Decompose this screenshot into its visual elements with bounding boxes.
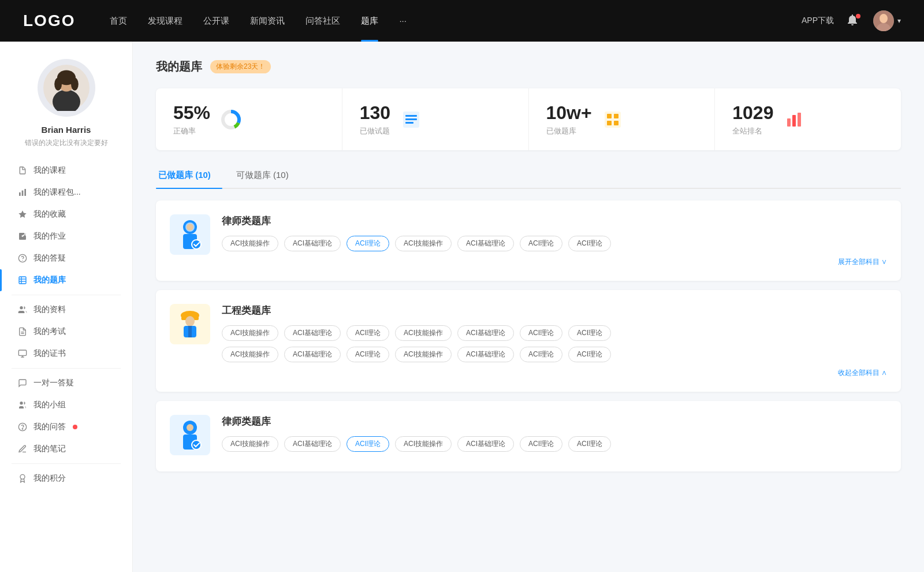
main-layout: Brian Harris 错误的决定比没有决定要好 我的课程 我的课程包...	[0, 42, 924, 572]
tag-3-0[interactable]: ACI技能操作	[222, 436, 278, 452]
sidebar-item-group[interactable]: 我的小组	[0, 394, 132, 416]
tag-2-2[interactable]: ACI理论	[346, 325, 389, 341]
profile-motto: 错误的决定比没有决定要好	[25, 138, 108, 148]
sidebar-item-my-qa[interactable]: 我的问答	[0, 416, 132, 438]
tag-2-6[interactable]: ACI理论	[568, 325, 611, 341]
expand-link-1[interactable]: 展开全部科目 ∨	[222, 257, 887, 267]
tag-3-1[interactable]: ACI基础理论	[284, 436, 341, 452]
stat-rank: 1029 全站排名	[715, 88, 901, 150]
qbank-card-lawyer-1: 律师类题库 ACI技能操作 ACI基础理论 ACI理论 ACI技能操作 ACI基…	[156, 200, 901, 281]
sidebar-item-homework[interactable]: 我的作业	[0, 225, 132, 247]
tag-2b-4[interactable]: ACI基础理论	[457, 347, 514, 362]
stat-qbanks: 10w+ 已做题库	[529, 88, 716, 150]
sidebar-label-course: 我的课程	[33, 165, 66, 176]
tag-2-3[interactable]: ACI技能操作	[395, 325, 452, 341]
svg-rect-41	[798, 113, 801, 127]
sidebar-item-favorites[interactable]: 我的收藏	[0, 203, 132, 225]
svg-rect-38	[614, 121, 619, 125]
sidebar-item-course-pack[interactable]: 我的课程包...	[0, 181, 132, 203]
qa-notification-dot	[73, 425, 77, 429]
stat-accuracy-value: 55%	[173, 102, 210, 124]
tag-3-5[interactable]: ACI理论	[520, 436, 562, 452]
sidebar-item-exam[interactable]: 我的考试	[0, 321, 132, 343]
tag-2b-2[interactable]: ACI理论	[346, 347, 389, 362]
tag-1-3[interactable]: ACI技能操作	[395, 236, 452, 251]
tag-1-0[interactable]: ACI技能操作	[222, 236, 278, 251]
svg-rect-37	[607, 121, 612, 125]
sidebar-item-certificate[interactable]: 我的证书	[0, 343, 132, 365]
tag-1-5[interactable]: ACI理论	[520, 236, 562, 251]
tag-2-0[interactable]: ACI技能操作	[222, 325, 278, 341]
qbank-content-2: 工程类题库 ACI技能操作 ACI基础理论 ACI理论 ACI技能操作 ACI基…	[222, 304, 887, 378]
tag-3-6[interactable]: ACI理论	[568, 436, 611, 452]
stat-accuracy-label: 正确率	[173, 126, 210, 136]
nav-more[interactable]: ···	[399, 16, 407, 27]
sidebar-label-my-qa: 我的问答	[33, 422, 66, 432]
donut-svg	[219, 108, 243, 131]
task-icon	[17, 231, 28, 242]
svg-point-47	[192, 240, 201, 249]
sidebar-item-1on1[interactable]: 一对一答疑	[0, 372, 132, 394]
tag-2-5[interactable]: ACI理论	[520, 325, 562, 341]
nav-discover[interactable]: 发现课程	[148, 16, 182, 27]
tag-1-6[interactable]: ACI理论	[568, 236, 611, 251]
stat-qbanks-value: 10w+	[546, 102, 592, 124]
tag-1-1[interactable]: ACI基础理论	[284, 236, 341, 251]
tab-available[interactable]: 可做题库 (10)	[234, 164, 300, 188]
sidebar-item-qbank[interactable]: 我的题库	[0, 269, 132, 291]
stat-rank-label: 全站排名	[732, 126, 773, 136]
svg-point-1	[880, 14, 888, 23]
notification-bell[interactable]	[845, 13, 862, 29]
lawyer-icon-svg-2	[176, 419, 204, 451]
medal-icon	[17, 473, 28, 484]
sidebar-menu: 我的课程 我的课程包... 我的收藏 我的作业	[0, 159, 132, 489]
collapse-link-2[interactable]: 收起全部科目 ∧	[222, 368, 887, 378]
nav-qbank[interactable]: 题库	[361, 16, 378, 27]
donut-chart-icon	[219, 108, 243, 131]
navbar-right: APP下载 ▾	[802, 10, 901, 31]
tag-2b-6[interactable]: ACI理论	[568, 347, 611, 362]
sidebar-item-profile[interactable]: 我的资料	[0, 299, 132, 321]
qa-icon	[17, 422, 28, 432]
svg-rect-34	[605, 112, 621, 128]
tag-1-4[interactable]: ACI基础理论	[457, 236, 514, 251]
svg-rect-35	[607, 114, 612, 118]
sidebar-item-qa-my[interactable]: 我的答疑	[0, 247, 132, 269]
tag-2b-1[interactable]: ACI基础理论	[284, 347, 341, 362]
tag-2b-0[interactable]: ACI技能操作	[222, 347, 278, 362]
svg-point-8	[54, 77, 62, 90]
tag-1-2[interactable]: ACI理论	[346, 236, 389, 251]
tag-3-2[interactable]: ACI理论	[346, 436, 389, 452]
qbank-name-1: 律师类题库	[222, 214, 887, 228]
app-download-link[interactable]: APP下载	[802, 16, 834, 26]
tag-2-1[interactable]: ACI基础理论	[284, 325, 341, 341]
tag-3-4[interactable]: ACI基础理论	[457, 436, 514, 452]
nav-home[interactable]: 首页	[110, 16, 127, 27]
logo: LOGO	[23, 12, 75, 30]
tag-2b-5[interactable]: ACI理论	[520, 347, 562, 362]
page-title: 我的题库	[156, 59, 202, 75]
star-icon	[17, 209, 28, 220]
svg-point-50	[185, 316, 195, 326]
bar-chart-icon	[783, 108, 806, 131]
sidebar-item-notes[interactable]: 我的笔记	[0, 438, 132, 460]
sidebar-item-course[interactable]: 我的课程	[0, 159, 132, 181]
list-icon	[400, 108, 423, 131]
nav-open-course[interactable]: 公开课	[203, 16, 229, 27]
nav-news[interactable]: 新闻资讯	[250, 16, 285, 27]
tag-3-3[interactable]: ACI技能操作	[395, 436, 452, 452]
sidebar-item-points[interactable]: 我的积分	[0, 467, 132, 489]
stat-questions-text: 130 已做试题	[360, 102, 390, 136]
nav-qa[interactable]: 问答社区	[305, 16, 340, 27]
qbank-card-inner-3: 律师类题库 ACI技能操作 ACI基础理论 ACI理论 ACI技能操作 ACI基…	[170, 415, 887, 458]
avatar-svg	[873, 10, 894, 31]
user-avatar-wrap[interactable]: ▾	[873, 10, 901, 31]
tab-done[interactable]: 已做题库 (10)	[156, 164, 222, 188]
tag-2-4[interactable]: ACI基础理论	[457, 325, 514, 341]
tags-row-2a: ACI技能操作 ACI基础理论 ACI理论 ACI技能操作 ACI基础理论 AC…	[222, 325, 887, 341]
sidebar-divider-3	[12, 463, 121, 464]
chat-icon	[17, 378, 28, 388]
tag-2b-3[interactable]: ACI技能操作	[395, 347, 452, 362]
svg-rect-40	[792, 115, 796, 127]
sidebar-label-profile: 我的资料	[33, 304, 66, 315]
